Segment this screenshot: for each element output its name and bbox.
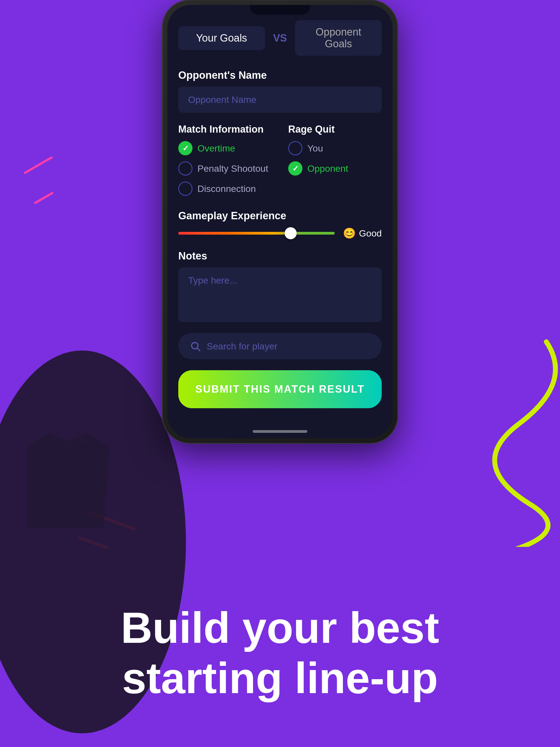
- search-player-field[interactable]: Search for player: [178, 333, 382, 359]
- disconnection-label: Disconnection: [198, 183, 256, 194]
- vs-label: VS: [265, 32, 295, 44]
- rage-quit-opponent-icon: [288, 161, 302, 176]
- match-info-label: Match Information: [178, 124, 272, 135]
- rage-quit-you-checkbox[interactable]: You: [288, 141, 382, 155]
- notes-label: Notes: [178, 250, 382, 262]
- search-icon: [189, 340, 201, 352]
- gameplay-slider-track[interactable]: [178, 232, 335, 235]
- match-info-col: Match Information Overtime Penalty Shoot…: [178, 124, 272, 202]
- overtime-label: Overtime: [198, 143, 235, 154]
- phone-notch: [250, 5, 310, 15]
- rage-quit-label: Rage Quit: [288, 124, 382, 135]
- gameplay-emoji: 😊: [343, 227, 356, 239]
- rage-quit-you-icon: [288, 141, 302, 155]
- phone-screen: Your Goals VS Opponent Goals Opponent's …: [167, 5, 393, 438]
- gameplay-slider-row: 😊 Good: [178, 227, 382, 239]
- gameplay-rating-text: Good: [359, 228, 382, 239]
- screen-content: Your Goals VS Opponent Goals Opponent's …: [167, 15, 393, 422]
- gameplay-section: Gameplay Experience 😊 Good: [178, 210, 382, 239]
- disconnection-checkbox[interactable]: Disconnection: [178, 182, 272, 196]
- phone-device: Your Goals VS Opponent Goals Opponent's …: [162, 0, 398, 443]
- match-rage-section: Match Information Overtime Penalty Shoot…: [178, 124, 382, 202]
- submit-match-result-button[interactable]: SUBMIT THIS MATCH RESULT: [178, 370, 382, 408]
- svg-line-2: [198, 349, 200, 351]
- opponent-goals-tab[interactable]: Opponent Goals: [295, 20, 382, 56]
- tagline-line2: starting line-up: [0, 653, 560, 703]
- opponent-name-input[interactable]: Opponent Name: [178, 87, 382, 113]
- penalty-shootout-label: Penalty Shootout: [198, 163, 268, 174]
- gameplay-slider-thumb[interactable]: [285, 227, 297, 239]
- gameplay-label: Gameplay Experience: [178, 210, 382, 222]
- gameplay-rating: 😊 Good: [343, 227, 382, 239]
- penalty-shootout-checkbox[interactable]: Penalty Shootout: [178, 161, 272, 176]
- overtime-checkbox[interactable]: Overtime: [178, 141, 272, 155]
- rage-quit-you-label: You: [307, 143, 323, 154]
- squiggle-decoration: [410, 328, 560, 547]
- search-placeholder-text: Search for player: [207, 341, 278, 352]
- home-indicator: [253, 430, 307, 433]
- overtime-checkbox-icon: [178, 141, 193, 155]
- rage-quit-opponent-label: Opponent: [307, 163, 348, 174]
- tagline-line1: Build your best: [0, 602, 560, 653]
- opponent-name-label: Opponent's Name: [178, 70, 382, 81]
- rage-quit-opponent-checkbox[interactable]: Opponent: [288, 161, 382, 176]
- notes-textarea[interactable]: Type here...: [178, 267, 382, 322]
- notes-section: Notes Type here...: [178, 250, 382, 322]
- score-tabs: Your Goals VS Opponent Goals: [178, 15, 382, 56]
- your-goals-tab[interactable]: Your Goals: [178, 26, 265, 50]
- rage-quit-col: Rage Quit You Opponent: [288, 124, 382, 202]
- disconnection-icon: [178, 182, 193, 196]
- bottom-tagline: Build your best starting line-up: [0, 602, 560, 703]
- penalty-shootout-icon: [178, 161, 193, 176]
- svg-point-1: [192, 343, 198, 349]
- phone-frame: Your Goals VS Opponent Goals Opponent's …: [162, 0, 398, 443]
